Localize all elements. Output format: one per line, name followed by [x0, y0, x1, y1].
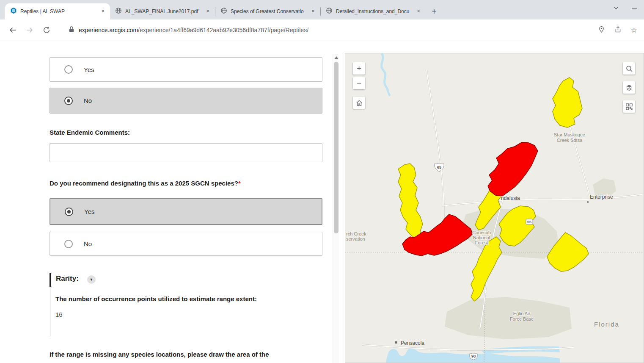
rarity-heading: Rarity:: [56, 274, 79, 283]
option-label: Yes: [84, 66, 94, 73]
occurrence-points-value: 16: [55, 311, 63, 318]
range-missing-prompt: If the range is missing any species loca…: [50, 351, 322, 358]
svg-text:65: 65: [437, 165, 441, 169]
radio-selected-icon[interactable]: [65, 208, 73, 216]
radio-selected-icon[interactable]: [64, 97, 73, 105]
scrollbar-up-button[interactable]: [334, 56, 339, 59]
tab-close-icon[interactable]: ×: [99, 8, 107, 15]
browser-tab-strip: Reptiles | AL SWAP × AL_SWAP_FINAL June2…: [0, 0, 644, 19]
map-label: rch Creek: [346, 231, 366, 236]
required-asterisk: *: [238, 180, 241, 187]
tab-reptiles[interactable]: Reptiles | AL SWAP ×: [5, 3, 110, 19]
map-label: Florida: [594, 321, 619, 328]
arcgis-app-favicon-icon: [10, 7, 17, 16]
tab-close-icon[interactable]: ×: [204, 8, 212, 15]
tab-title: AL_SWAP_FINAL June2017.pdf: [125, 8, 201, 14]
road-us84: [443, 194, 644, 206]
window-minimize-icon[interactable]: [632, 8, 637, 9]
svg-text:55: 55: [527, 220, 531, 224]
map-label: ndalusia: [501, 195, 520, 201]
map-label: servation: [346, 236, 365, 241]
tab-title: Species of Greatest Conservatio: [231, 8, 306, 14]
tab-title: Reptiles | AL SWAP: [20, 8, 96, 14]
tab-species-conservation[interactable]: Species of Greatest Conservatio ×: [215, 3, 320, 19]
tab-title: Detailed_Instructions_and_Docu: [336, 8, 411, 14]
layers-button[interactable]: [623, 81, 635, 94]
browser-toolbar: experience.arcgis.com/experience/1a4ff69…: [0, 19, 644, 41]
bookmark-star-icon[interactable]: ☆: [631, 27, 637, 34]
home-button[interactable]: [353, 97, 365, 109]
occurrence-points-label: The number of occurrence points utilized…: [55, 295, 257, 302]
svg-text:98: 98: [471, 354, 476, 358]
new-tab-button[interactable]: +: [428, 6, 440, 17]
range-polygon-yellow[interactable]: [398, 163, 423, 238]
url-text: experience.arcgis.com/experience/1a4ff69…: [79, 27, 308, 33]
sgcn-question-label: Do you recommend designating this as a 2…: [50, 180, 241, 187]
interstate-65-shield: 65: [435, 163, 444, 172]
option-label: No: [84, 97, 92, 104]
radio-unselected-icon[interactable]: [64, 240, 73, 248]
rarity-collapse-button[interactable]: ▼: [87, 275, 96, 284]
sgcn-option-yes[interactable]: Yes: [50, 198, 322, 225]
zoom-in-button[interactable]: +: [353, 62, 365, 75]
river: [382, 53, 390, 96]
tab-close-icon[interactable]: ×: [309, 8, 317, 15]
option-label: Yes: [84, 208, 94, 215]
state-route-55-shield: 55: [526, 219, 533, 224]
map-label: Enterprise: [590, 194, 613, 200]
state-endemic-comments-input[interactable]: [50, 143, 322, 162]
map-label: Force Base: [510, 316, 534, 321]
back-button[interactable]: [7, 24, 19, 36]
tab-search-chevron-icon[interactable]: [613, 5, 619, 13]
map-label: Eglin Air: [513, 311, 531, 316]
map-label: Creek Sdtsa: [557, 138, 583, 143]
map-label: Forest: [475, 240, 488, 245]
radio-unselected-icon[interactable]: [64, 65, 73, 74]
app-page: Yes No State Endemic Comments: Do you re…: [0, 41, 644, 363]
state-endemic-comments-label: State Endemic Comments:: [50, 129, 130, 136]
form-scrollbar[interactable]: [333, 54, 339, 363]
tab-close-icon[interactable]: ×: [415, 8, 422, 15]
range-polygon-yellow[interactable]: [471, 237, 502, 301]
lock-icon: [69, 26, 74, 34]
rarity-section-bar: [50, 273, 51, 287]
url-bar[interactable]: experience.arcgis.com/experience/1a4ff69…: [63, 23, 592, 37]
map-label: Pensacola: [401, 340, 424, 346]
tab-detailed-instructions[interactable]: Detailed_Instructions_and_Docu ×: [321, 3, 426, 19]
map-panel: Star Muskogee Creek Sdtsa ndalusia Enter…: [345, 53, 644, 363]
range-polygon-yellow[interactable]: [553, 78, 582, 127]
location-pin-icon[interactable]: [598, 26, 605, 35]
road-i65-fill: [427, 70, 444, 240]
endemic-option-yes[interactable]: Yes: [50, 57, 322, 82]
zoom-out-button[interactable]: −: [353, 77, 365, 89]
enterprise-marker: [587, 201, 589, 203]
scrollbar-thumb[interactable]: [334, 62, 339, 233]
basemap-gallery-button[interactable]: [623, 100, 635, 113]
search-button[interactable]: [623, 62, 635, 75]
map-label: Star Muskogee: [554, 132, 585, 137]
endemic-option-no[interactable]: No: [50, 88, 322, 114]
road-i65: [427, 70, 444, 240]
map-canvas[interactable]: Star Muskogee Creek Sdtsa ndalusia Enter…: [345, 53, 644, 363]
option-label: No: [84, 240, 92, 247]
share-icon[interactable]: [614, 26, 622, 35]
tab-pdf-swap-final[interactable]: AL_SWAP_FINAL June2017.pdf ×: [110, 3, 215, 19]
globe-favicon-icon: [115, 7, 122, 16]
map-label: National: [473, 235, 490, 240]
globe-favicon-icon: [220, 7, 227, 16]
map-label: Conecuh: [472, 230, 491, 235]
sgcn-option-no[interactable]: No: [50, 232, 322, 256]
range-polygon-red[interactable]: [488, 142, 538, 196]
reload-button[interactable]: [41, 24, 52, 36]
globe-favicon-icon: [326, 7, 333, 16]
forward-button[interactable]: [24, 24, 36, 36]
forest-area-eglin: [445, 297, 572, 339]
pensacola-marker: [395, 341, 397, 344]
